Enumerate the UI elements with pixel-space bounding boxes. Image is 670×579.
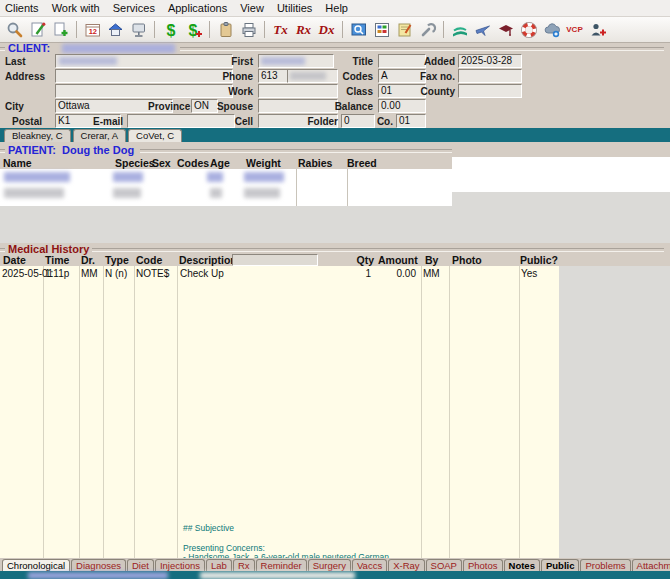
client-address-input[interactable]	[55, 69, 233, 83]
patient-col-codes[interactable]: Codes	[177, 157, 209, 169]
patient-col-name[interactable]: Name	[3, 157, 32, 169]
vcp-button[interactable]: VCP	[563, 19, 586, 41]
redacted-weight	[244, 188, 280, 198]
menu-item-help[interactable]: Help	[325, 2, 348, 14]
tab-injections[interactable]: Injections	[155, 559, 205, 571]
client-co-label: Co.	[368, 116, 393, 127]
account-tab-crerar[interactable]: Crerar, A	[73, 129, 127, 142]
patient-name: Doug the Dog	[62, 144, 134, 156]
history-col-amount[interactable]: Amount	[378, 254, 416, 266]
entry-time: 1:11p	[45, 268, 69, 279]
payment-button[interactable]: $	[159, 19, 182, 41]
account-tab-covet[interactable]: CoVet, C	[128, 129, 182, 142]
patient-row-redacted[interactable]	[0, 187, 452, 201]
prescriptions-button[interactable]: Rx	[292, 19, 315, 41]
clipboard-button[interactable]	[214, 19, 237, 41]
support-button[interactable]	[517, 19, 540, 41]
client-work-input[interactable]	[258, 84, 338, 98]
menu-item-work-with[interactable]: Work with	[52, 2, 100, 14]
client-phone-area-input[interactable]: 613	[258, 69, 288, 83]
client-last-input[interactable]	[55, 54, 233, 68]
tab-photos[interactable]: Photos	[463, 559, 503, 571]
boarding-button[interactable]	[104, 19, 127, 41]
patient-section: PATIENT: Doug the Dog Name Species Sex C…	[0, 142, 670, 243]
tab-surgery[interactable]: Surgery	[308, 559, 351, 571]
history-col-dr[interactable]: Dr.	[81, 254, 95, 266]
utilities-button[interactable]	[416, 19, 439, 41]
tab-rx[interactable]: Rx	[233, 559, 255, 571]
client-county-input[interactable]	[458, 84, 522, 98]
client-first-input[interactable]	[258, 54, 334, 68]
client-added-input[interactable]: 2025-03-28	[458, 54, 522, 68]
education-button[interactable]	[494, 19, 517, 41]
tab-chronological[interactable]: Chronological	[2, 559, 70, 571]
redacted-name	[4, 172, 70, 182]
screen-search-button[interactable]	[347, 19, 370, 41]
tab-public[interactable]: Public	[541, 559, 580, 571]
client-fax-input[interactable]	[458, 69, 522, 83]
menu-item-applications[interactable]: Applications	[168, 2, 227, 14]
history-col-photo[interactable]: Photo	[452, 254, 482, 266]
treatments-button[interactable]: Tx	[269, 19, 292, 41]
edit-record-button[interactable]	[26, 19, 49, 41]
history-col-description[interactable]: Description	[179, 254, 237, 266]
tab-attachments[interactable]: Attachments	[632, 559, 670, 571]
tab-soap[interactable]: SOAP	[426, 559, 462, 571]
patient-col-weight[interactable]: Weight	[246, 157, 281, 169]
payment-add-button[interactable]: $	[182, 19, 205, 41]
tab-xray[interactable]: X-Ray	[388, 559, 424, 571]
notepad-button[interactable]	[393, 19, 416, 41]
new-record-button[interactable]	[49, 19, 72, 41]
schedule-grid-button[interactable]	[370, 19, 393, 41]
add-person-button[interactable]	[586, 19, 609, 41]
tab-notes[interactable]: Notes	[504, 559, 540, 571]
menu-item-services[interactable]: Services	[113, 2, 155, 14]
edit-record-icon	[29, 21, 47, 39]
menu-item-clients[interactable]: Clients	[5, 2, 39, 14]
tab-lab[interactable]: Lab	[206, 559, 232, 571]
history-col-time[interactable]: Time	[45, 254, 69, 266]
history-col-code[interactable]: Code	[136, 254, 162, 266]
menu-item-view[interactable]: View	[240, 2, 264, 14]
print-button[interactable]	[237, 19, 260, 41]
column-divider	[43, 266, 44, 558]
description-filter-input[interactable]	[232, 254, 318, 266]
patient-col-sex[interactable]: Sex	[152, 157, 171, 169]
tab-diet[interactable]: Diet	[127, 559, 154, 571]
new-record-icon	[52, 21, 70, 39]
client-spouse-input[interactable]	[258, 99, 338, 113]
history-col-date[interactable]: Date	[3, 254, 26, 266]
tab-vaccs[interactable]: Vaccs	[352, 559, 387, 571]
whiteboard-button[interactable]	[127, 19, 150, 41]
tab-diagnoses[interactable]: Diagnoses	[71, 559, 126, 571]
client-added-label: Added	[412, 56, 455, 67]
travel-sheet-button[interactable]	[448, 19, 471, 41]
history-col-type[interactable]: Type	[105, 254, 129, 266]
client-address2-input[interactable]	[55, 84, 233, 98]
patient-row-redacted[interactable]	[0, 171, 452, 185]
travel-button[interactable]	[471, 19, 494, 41]
patient-col-rabies[interactable]: Rabies	[298, 157, 332, 169]
client-co-input[interactable]: 01	[396, 114, 426, 128]
patient-table-body	[0, 169, 452, 206]
menu-item-utilities[interactable]: Utilities	[277, 2, 312, 14]
appointments-button[interactable]: 12	[81, 19, 104, 41]
diagnosis-button[interactable]: Dx	[315, 19, 338, 41]
patient-col-species[interactable]: Species	[115, 157, 155, 169]
client-balance-input[interactable]: 0.00	[378, 99, 426, 113]
tab-reminder[interactable]: Reminder	[256, 559, 307, 571]
patient-col-age[interactable]: Age	[210, 157, 230, 169]
cloud-add-button[interactable]	[540, 19, 563, 41]
history-col-by[interactable]: By	[425, 254, 438, 266]
client-title-label: Title	[330, 56, 373, 67]
history-col-public[interactable]: Public?	[520, 254, 558, 266]
vcp-logo-icon: VCP	[566, 25, 582, 34]
account-tab-bleakney[interactable]: Bleakney, C	[4, 129, 71, 142]
history-col-qty[interactable]: Qty	[340, 254, 374, 266]
search-button[interactable]	[3, 19, 26, 41]
tab-problems[interactable]: Problems	[580, 559, 630, 571]
patient-col-breed[interactable]: Breed	[347, 157, 377, 169]
patient-tab-redacted[interactable]	[28, 572, 168, 579]
history-entry-row[interactable]	[0, 266, 559, 558]
patient-tab-redacted[interactable]	[200, 572, 355, 579]
